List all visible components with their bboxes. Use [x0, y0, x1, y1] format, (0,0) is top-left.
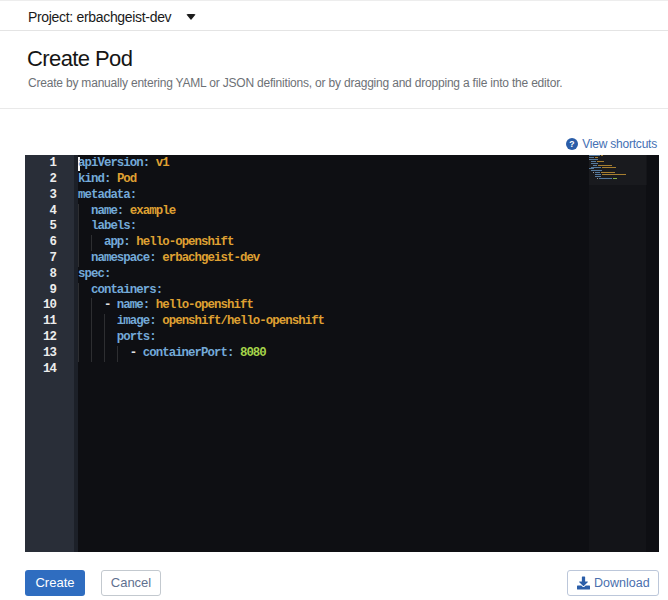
- svg-text:?: ?: [569, 139, 574, 149]
